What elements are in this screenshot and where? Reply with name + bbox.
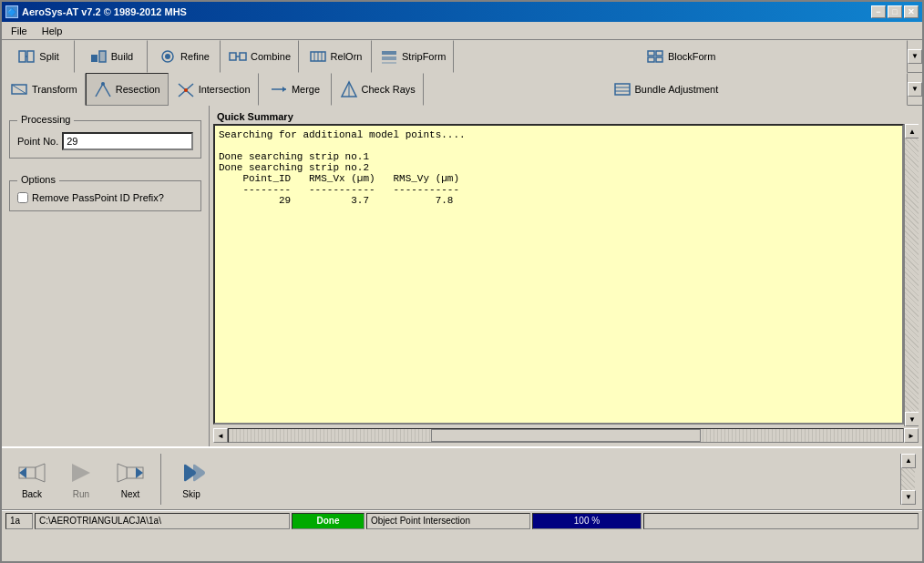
toolbar-divider	[160, 454, 161, 505]
passpoint-label: Remove PassPoint ID Prefix?	[32, 192, 164, 203]
merge-button[interactable]: Merge	[259, 73, 332, 106]
point-no-label: Point No.	[17, 136, 58, 147]
h-scroll-track	[228, 428, 904, 443]
refine-icon	[159, 47, 177, 66]
intersection-icon	[177, 80, 195, 98]
intersection-button[interactable]: Intersection	[169, 73, 259, 106]
svg-rect-35	[615, 84, 630, 95]
refine-label: Refine	[180, 51, 210, 62]
merge-label: Merge	[292, 84, 320, 95]
svg-marker-39	[36, 464, 45, 482]
h-scroll-right[interactable]: ►	[904, 428, 919, 443]
svg-point-29	[184, 88, 188, 92]
svg-rect-1	[27, 51, 34, 62]
toolbar-row2: Transform Resection Intersection Merge C…	[2, 73, 922, 106]
combine-label: Combine	[251, 51, 291, 62]
run-icon	[67, 458, 96, 487]
bottom-scroll-track	[901, 468, 915, 490]
status-pct: 100 %	[532, 513, 642, 529]
h-scrollbar: ◄ ►	[213, 428, 919, 443]
maximize-button[interactable]: □	[888, 5, 902, 18]
svg-rect-9	[240, 53, 246, 60]
toolbar1-scroll[interactable]: ▼	[908, 49, 922, 64]
run-button[interactable]: Run	[58, 454, 104, 505]
h-scroll-left[interactable]: ◄	[213, 428, 228, 443]
point-no-row: Point No.	[17, 132, 193, 150]
svg-rect-20	[648, 57, 654, 62]
split-icon	[17, 47, 36, 66]
status-last	[643, 513, 919, 529]
bottom-scroll-up[interactable]: ▲	[901, 454, 916, 468]
resection-button[interactable]: Resection	[86, 73, 169, 106]
svg-point-26	[101, 82, 105, 86]
titlebar-controls[interactable]: − □ ✕	[871, 5, 919, 18]
skip-icon	[177, 458, 206, 487]
status-desc: Object Point Intersection	[366, 513, 530, 529]
main-content: Processing Point No. Options Remove Pass…	[2, 106, 922, 446]
next-button[interactable]: Next	[108, 454, 153, 505]
transform-button[interactable]: Transform	[2, 73, 86, 106]
toolbar2-scroll[interactable]: ▼	[908, 82, 922, 97]
transform-icon	[10, 80, 28, 98]
back-button[interactable]: Back	[9, 454, 55, 505]
stripform-icon	[380, 47, 398, 66]
bundle-adj-label: Bundle Adjustment	[635, 84, 719, 95]
stripform-label: StripForm	[402, 51, 446, 62]
svg-rect-0	[19, 51, 26, 62]
combine-button[interactable]: Combine	[221, 40, 299, 73]
refine-button[interactable]: Refine	[148, 40, 221, 73]
blockform-icon	[646, 47, 664, 66]
merge-icon	[270, 80, 288, 98]
summary-scroll-down[interactable]: ▼	[905, 412, 919, 426]
titlebar: 🔷 AeroSys-AT v7.2 © 1989-2012 MHS − □ ✕	[2, 2, 922, 22]
resection-label: Resection	[116, 84, 160, 95]
minimize-button[interactable]: −	[871, 5, 886, 18]
processing-group-title: Processing	[17, 114, 74, 125]
svg-rect-16	[382, 56, 396, 60]
options-group: Options Remove PassPoint ID Prefix?	[9, 180, 201, 211]
bottom-scroll-down[interactable]: ▼	[901, 490, 916, 505]
build-button[interactable]: Build	[75, 40, 148, 73]
summary-scroll-up[interactable]: ▲	[905, 124, 919, 138]
blockform-button[interactable]: BlockForm	[454, 40, 908, 73]
close-button[interactable]: ✕	[904, 5, 919, 18]
check-rays-button[interactable]: Check Rays	[332, 73, 424, 106]
skip-label: Skip	[182, 489, 200, 499]
svg-rect-18	[648, 51, 654, 56]
h-scroll-thumb[interactable]	[431, 429, 701, 442]
statusbar: 1a C:\AEROTRIANGULACJA\1a\ Done Object P…	[2, 510, 922, 530]
bottom-toolbar: Back Run Next Skip ▲ ▼	[2, 446, 922, 510]
stripform-button[interactable]: StripForm	[372, 40, 454, 73]
resection-icon	[94, 80, 112, 98]
check-rays-label: Check Rays	[362, 84, 416, 95]
next-icon	[116, 458, 145, 487]
next-label: Next	[121, 489, 140, 499]
split-button[interactable]: Split	[2, 40, 75, 73]
skip-button[interactable]: Skip	[169, 454, 214, 505]
transform-label: Transform	[32, 84, 77, 95]
quick-summary-title: Quick Summary	[213, 109, 919, 124]
status-id: 1a	[5, 513, 33, 529]
svg-rect-19	[656, 51, 662, 56]
svg-marker-41	[72, 464, 90, 482]
back-icon	[17, 458, 46, 487]
point-no-input[interactable]	[62, 132, 193, 150]
check-rays-icon	[340, 80, 358, 98]
svg-line-23	[12, 85, 26, 94]
bundle-adj-button[interactable]: Bundle Adjustment	[424, 73, 908, 106]
right-panel: Quick Summary Searching for additional m…	[210, 106, 922, 446]
passpoint-checkbox[interactable]	[17, 192, 28, 203]
build-icon	[89, 47, 108, 66]
menubar: File Help	[2, 22, 922, 40]
svg-rect-21	[656, 57, 662, 62]
blockform-label: BlockForm	[668, 51, 716, 62]
app-icon: 🔷	[5, 5, 18, 18]
menu-file[interactable]: File	[5, 24, 33, 38]
svg-rect-5	[99, 51, 106, 62]
svg-line-24	[96, 84, 103, 97]
relorn-button[interactable]: RelOrn	[299, 40, 372, 73]
split-label: Split	[39, 51, 58, 62]
bundle-adj-icon	[613, 80, 631, 98]
menu-help[interactable]: Help	[36, 24, 68, 38]
titlebar-title: AeroSys-AT v7.2 © 1989-2012 MHS	[22, 6, 187, 17]
